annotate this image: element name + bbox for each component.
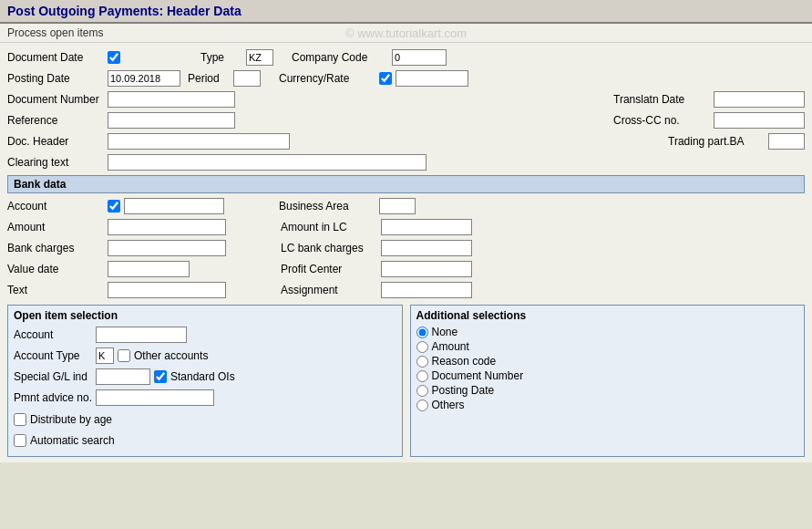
currency-rate-checkbox[interactable] (379, 72, 392, 85)
period-label: Period (188, 72, 233, 85)
pmnt-advice-input[interactable] (96, 389, 214, 406)
standard-ois-label: Standard OIs (170, 370, 235, 383)
clearing-text-label: Clearing text (7, 156, 108, 169)
currency-rate-label: Currency/Rate (279, 72, 379, 85)
other-accounts-checkbox[interactable] (118, 349, 130, 362)
lc-bank-charges-label: LC bank charges (281, 242, 381, 254)
bank-charges-label: Bank charges (7, 242, 108, 254)
automatic-search-label: Automatic search (30, 434, 115, 447)
bank-text-input[interactable] (108, 282, 226, 298)
open-item-title: Open item selection (14, 309, 396, 322)
value-date-input[interactable] (108, 261, 190, 277)
translatn-date-input[interactable] (714, 91, 805, 108)
currency-rate-input[interactable] (396, 70, 468, 87)
oi-account-input[interactable] (96, 327, 187, 343)
translatn-date-label: Translatn Date (613, 93, 714, 106)
posting-date-label: Posting Date (7, 72, 108, 85)
doc-number-input[interactable] (108, 91, 235, 108)
company-code-label: Company Code (292, 51, 392, 64)
reference-input[interactable] (108, 112, 235, 129)
business-area-label: Business Area (279, 200, 379, 213)
watermark: © www.tutorialkart.com (345, 26, 467, 40)
doc-date-checkbox[interactable] (108, 51, 120, 64)
trading-part-input[interactable] (768, 133, 805, 150)
amount-input[interactable] (108, 219, 226, 235)
bank-text-label: Text (7, 284, 108, 296)
cross-cc-label: Cross-CC no. (613, 114, 714, 127)
oi-account-label: Account (14, 328, 96, 341)
automatic-search-checkbox[interactable] (14, 434, 26, 447)
standard-ois-checkbox[interactable] (154, 370, 167, 383)
company-code-input[interactable]: 0 (392, 49, 447, 66)
cross-cc-input[interactable] (714, 112, 805, 129)
radio-others[interactable] (416, 399, 428, 411)
bank-account-checkbox[interactable] (108, 200, 120, 213)
reference-label: Reference (7, 114, 108, 127)
doc-date-label: Document Date (7, 51, 108, 64)
page-title: Post Outgoing Payments: Header Data (7, 4, 242, 18)
type-label: Type (200, 51, 246, 64)
radio-none-label: None (432, 326, 458, 338)
value-date-label: Value date (7, 263, 108, 275)
trading-part-label: Trading part.BA (668, 135, 768, 148)
oi-account-type-label: Account Type (14, 349, 96, 362)
other-accounts-label: Other accounts (134, 349, 208, 362)
radio-doc-number-label: Document Number (432, 369, 524, 382)
lc-bank-charges-input[interactable] (381, 240, 472, 256)
amount-lc-input[interactable] (381, 219, 472, 235)
radio-posting-date[interactable] (416, 385, 428, 397)
profit-center-label: Profit Center (281, 263, 381, 275)
bank-data-header: Bank data (7, 175, 805, 193)
radio-amount[interactable] (416, 341, 428, 353)
radio-reason-code[interactable] (416, 356, 428, 368)
posting-date-input[interactable] (108, 70, 180, 87)
radio-amount-label: Amount (432, 340, 469, 353)
oi-account-type-input[interactable] (96, 347, 114, 364)
doc-header-label: Doc. Header (7, 135, 108, 148)
doc-number-label: Document Number (7, 93, 108, 106)
business-area-input[interactable] (379, 198, 416, 214)
subtitle-label: Process open items (7, 26, 103, 39)
additional-title: Additional selections (416, 309, 799, 322)
type-input[interactable]: KZ (246, 49, 273, 66)
radio-posting-date-label: Posting Date (432, 384, 495, 397)
radio-none[interactable] (416, 327, 428, 338)
period-input[interactable] (233, 70, 261, 87)
distribute-by-age-checkbox[interactable] (14, 413, 26, 426)
radio-reason-code-label: Reason code (432, 355, 497, 368)
bank-account-input[interactable] (124, 198, 224, 214)
assignment-input[interactable] (381, 282, 472, 298)
profit-center-input[interactable] (381, 261, 472, 277)
special-gl-label: Special G/L ind (14, 370, 96, 383)
additional-section: Additional selections None Amount Reason… (410, 305, 806, 457)
amount-lc-label: Amount in LC (281, 221, 381, 233)
title-bar: Post Outgoing Payments: Header Data (0, 0, 812, 24)
open-item-section: Open item selection Account Account Type… (7, 305, 403, 457)
radio-doc-number[interactable] (416, 370, 428, 382)
amount-label: Amount (7, 221, 108, 233)
bank-account-label: Account (7, 200, 108, 213)
bank-charges-input[interactable] (108, 240, 226, 256)
distribute-by-age-label: Distribute by age (30, 413, 112, 426)
assignment-label: Assignment (281, 284, 381, 296)
pmnt-advice-label: Pmnt advice no. (14, 391, 96, 404)
radio-others-label: Others (432, 399, 465, 411)
special-gl-input[interactable] (96, 368, 150, 385)
clearing-text-input[interactable] (108, 154, 427, 171)
doc-header-input[interactable] (108, 133, 290, 150)
